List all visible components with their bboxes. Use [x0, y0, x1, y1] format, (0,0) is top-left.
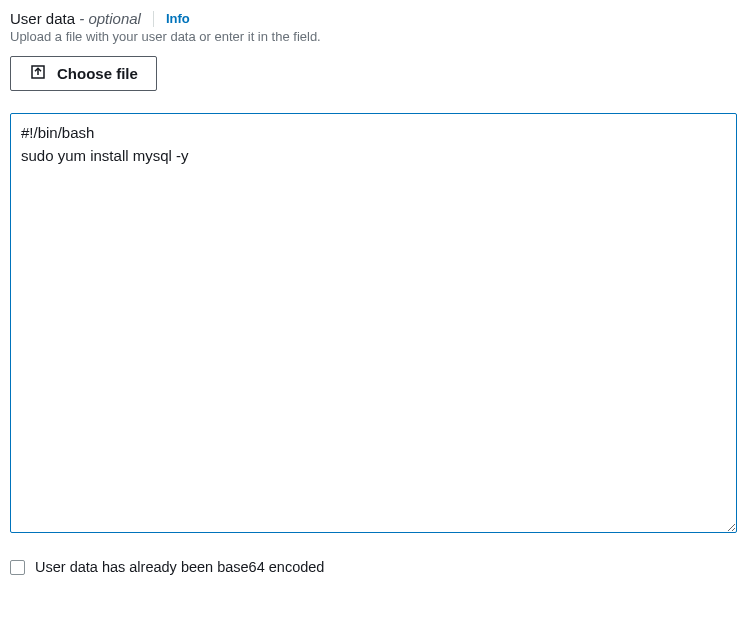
- upload-icon: [29, 63, 47, 84]
- section-title-text: User data: [10, 10, 75, 27]
- base64-checkbox-row[interactable]: User data has already been base64 encode…: [10, 559, 737, 575]
- choose-file-label: Choose file: [57, 65, 138, 82]
- info-link[interactable]: Info: [166, 11, 190, 26]
- userdata-textarea[interactable]: [10, 113, 737, 533]
- section-title-optional: - optional: [75, 10, 141, 27]
- base64-checkbox-label: User data has already been base64 encode…: [35, 559, 324, 575]
- base64-checkbox[interactable]: [10, 560, 25, 575]
- section-title: User data - optional: [10, 10, 141, 27]
- divider: [153, 11, 154, 27]
- choose-file-button[interactable]: Choose file: [10, 56, 157, 91]
- section-header: User data - optional Info: [10, 10, 737, 27]
- helper-text: Upload a file with your user data or ent…: [10, 29, 737, 44]
